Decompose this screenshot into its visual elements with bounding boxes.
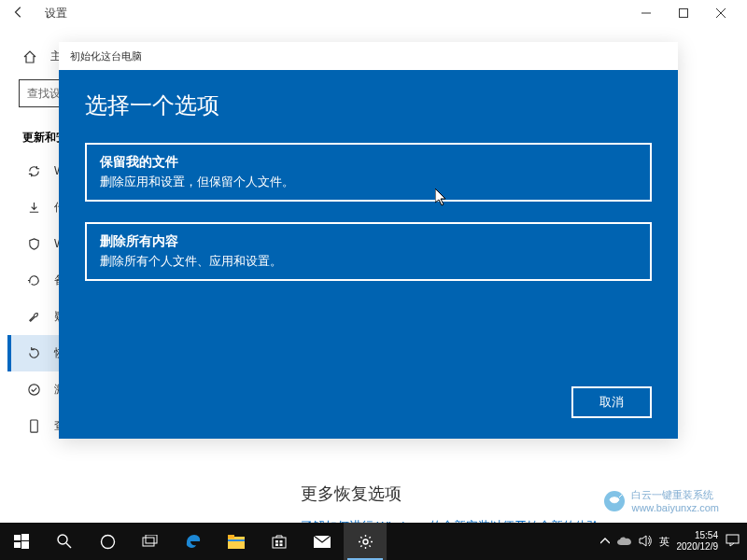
svg-point-9	[58, 535, 67, 544]
svg-rect-3	[30, 420, 37, 432]
cortana-button[interactable]	[86, 523, 129, 560]
svg-rect-21	[280, 544, 283, 547]
close-button[interactable]	[702, 0, 740, 26]
svg-rect-19	[280, 540, 283, 543]
explorer-button[interactable]	[215, 523, 258, 560]
svg-point-2	[28, 385, 38, 395]
svg-rect-15	[228, 535, 234, 539]
system-tray: 英 15:54 2020/12/9	[600, 530, 748, 553]
dialog-titlebar: 初始化这台电脑	[59, 42, 678, 70]
minimize-button[interactable]	[627, 0, 665, 26]
search-button[interactable]	[43, 523, 86, 560]
shield-icon	[26, 237, 41, 251]
option-title: 保留我的文件	[100, 154, 637, 171]
recovery-icon	[26, 346, 41, 360]
reset-pc-dialog: 初始化这台电脑 选择一个选项 保留我的文件 删除应用和设置，但保留个人文件。 删…	[59, 42, 678, 439]
svg-point-23	[363, 539, 368, 544]
svg-rect-7	[14, 542, 21, 548]
dialog-heading: 选择一个选项	[85, 91, 652, 120]
taskbar: 英 15:54 2020/12/9	[0, 523, 747, 560]
option-remove-all[interactable]: 删除所有内容 删除所有个人文件、应用和设置。	[85, 222, 652, 281]
svg-rect-5	[14, 535, 21, 540]
svg-line-10	[66, 543, 71, 548]
phone-icon	[26, 419, 41, 433]
svg-point-11	[101, 535, 114, 548]
svg-rect-12	[143, 538, 154, 546]
svg-rect-6	[21, 534, 29, 540]
titlebar: 设置	[0, 0, 747, 26]
edge-button[interactable]	[172, 523, 215, 560]
window-title: 设置	[45, 6, 67, 21]
tray-chevron-icon[interactable]	[600, 536, 610, 547]
clock[interactable]: 15:54 2020/12/9	[677, 530, 719, 553]
svg-rect-8	[21, 541, 29, 549]
volume-icon[interactable]	[639, 535, 652, 549]
svg-rect-1	[680, 9, 688, 18]
svg-rect-13	[146, 535, 157, 543]
download-icon	[26, 201, 41, 215]
svg-rect-18	[275, 540, 278, 543]
time: 15:54	[677, 530, 719, 541]
store-button[interactable]	[258, 523, 301, 560]
maximize-button[interactable]	[665, 0, 702, 26]
sync-icon	[26, 164, 41, 178]
wrench-icon	[26, 310, 41, 324]
option-desc: 删除所有个人文件、应用和设置。	[100, 253, 637, 270]
svg-rect-17	[273, 538, 286, 548]
mail-button[interactable]	[301, 523, 344, 560]
backup-icon	[26, 273, 41, 287]
watermark: 白云一键重装系统 www.baiyunxz.com	[601, 488, 719, 513]
dialog-title: 初始化这台电脑	[70, 49, 142, 63]
ime-indicator[interactable]: 英	[659, 535, 669, 549]
start-button[interactable]	[0, 523, 43, 560]
check-icon	[26, 383, 41, 397]
svg-rect-24	[726, 535, 739, 543]
onedrive-icon[interactable]	[617, 536, 631, 548]
svg-rect-20	[275, 544, 278, 547]
action-center-icon[interactable]	[726, 534, 740, 549]
option-title: 删除所有内容	[100, 233, 637, 250]
cancel-button[interactable]: 取消	[571, 386, 652, 418]
option-desc: 删除应用和设置，但保留个人文件。	[100, 174, 637, 190]
option-keep-files[interactable]: 保留我的文件 删除应用和设置，但保留个人文件。	[85, 143, 652, 202]
back-button[interactable]	[7, 6, 30, 21]
settings-taskbar-button[interactable]	[344, 523, 387, 560]
svg-rect-16	[228, 539, 245, 541]
task-view-button[interactable]	[129, 523, 172, 560]
date: 2020/12/9	[677, 541, 719, 553]
